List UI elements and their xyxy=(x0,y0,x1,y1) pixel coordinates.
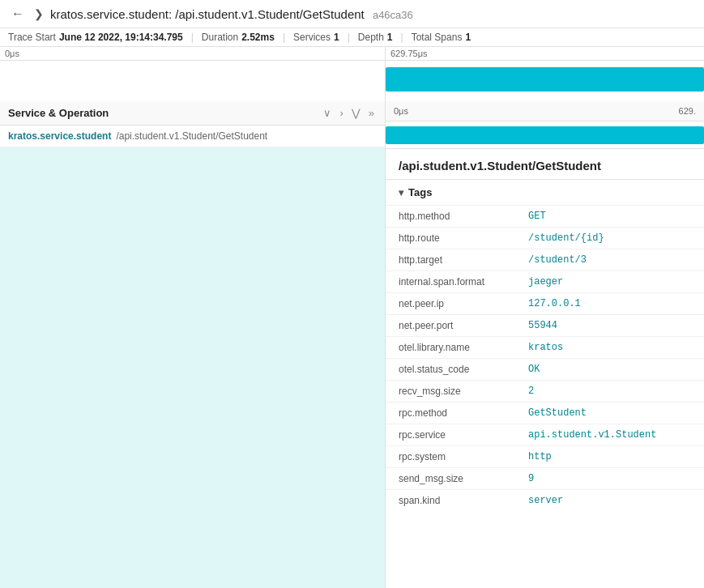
tag-row: http.target/student/3 xyxy=(386,249,704,271)
span-bar-row xyxy=(386,121,704,149)
timeline-right-header: 0μs 629. xyxy=(386,101,704,121)
tag-value: jaeger xyxy=(515,271,704,293)
tag-row: net.peer.ip127.0.0.1 xyxy=(386,293,704,315)
tag-value: http xyxy=(515,446,704,468)
expand-icon[interactable]: ❯ xyxy=(34,7,44,20)
detail-title: /api.student.v1.Student/GetStudent xyxy=(399,159,601,173)
timeline-ruler-right: 629.75μs xyxy=(386,47,704,60)
services-label: Services xyxy=(293,32,331,43)
service-name: kratos.service.student xyxy=(8,130,111,142)
tags-header[interactable]: ▾ Tags xyxy=(386,180,704,206)
tag-row: send_msg.size9 xyxy=(386,468,704,490)
tags-label: Tags xyxy=(408,186,432,198)
app-container: ← ❯ kratos.service.student: /api.student… xyxy=(0,0,704,588)
right-panel: /api.student.v1.Student/GetStudent ▾ Tag… xyxy=(386,149,704,588)
timeline-bar-area xyxy=(0,61,704,101)
tag-value: server xyxy=(515,490,704,512)
collapse-all-icon[interactable]: ∨ xyxy=(321,106,334,120)
tag-key: otel.library.name xyxy=(386,337,515,359)
tag-row: recv_msg.size2 xyxy=(386,381,704,403)
detail-header: /api.student.v1.Student/GetStudent xyxy=(386,149,704,180)
depth-value: 1 xyxy=(387,32,393,43)
timeline-bar-right xyxy=(386,61,704,101)
trace-info-bar: Trace Start June 12 2022, 19:14:34.795 |… xyxy=(0,28,704,47)
tag-value: /student/{id} xyxy=(515,228,704,249)
tag-key: send_msg.size xyxy=(386,468,515,490)
collapse-children-icon[interactable]: ⋁ xyxy=(349,106,363,120)
tag-value: api.student.v1.Student xyxy=(515,424,704,446)
expand-one-icon[interactable]: › xyxy=(337,106,345,120)
duration-label: Duration xyxy=(202,32,238,43)
operation-name: /api.student.v1.Student/GetStudent xyxy=(116,130,267,142)
timeline-controls: ∨ › ⋁ » xyxy=(321,106,377,120)
tag-row: otel.library.namekratos xyxy=(386,337,704,359)
tags-table: http.methodGEThttp.route/student/{id}htt… xyxy=(386,206,704,511)
tag-key: rpc.system xyxy=(386,446,515,468)
tag-row: net.peer.port55944 xyxy=(386,315,704,337)
left-empty-area xyxy=(0,147,385,588)
tag-row: internal.span.formatjaeger xyxy=(386,271,704,293)
tag-value: GetStudent xyxy=(515,403,704,424)
tags-section: ▾ Tags http.methodGEThttp.route/student/… xyxy=(386,180,704,511)
tag-key: http.route xyxy=(386,228,515,249)
tag-row: http.route/student/{id} xyxy=(386,228,704,249)
timeline-right-start: 0μs xyxy=(394,106,408,116)
timeline-bar-fill xyxy=(386,67,704,92)
tag-key: span.kind xyxy=(386,490,515,512)
expand-all-icon[interactable]: » xyxy=(366,106,377,120)
trace-start-value: June 12 2022, 19:14:34.795 xyxy=(59,32,183,43)
tag-key: http.target xyxy=(386,249,515,271)
total-spans-label: Total Spans xyxy=(412,32,463,43)
tag-row: rpc.methodGetStudent xyxy=(386,403,704,424)
tag-value: /student/3 xyxy=(515,249,704,271)
trace-title-text: kratos.service.student: /api.student.v1.… xyxy=(50,7,365,21)
service-operation-title: Service & Operation xyxy=(8,107,109,119)
timeline-right-end: 629. xyxy=(679,106,696,116)
tag-value: GET xyxy=(515,206,704,228)
tag-value: OK xyxy=(515,359,704,381)
header-bar: ← ❯ kratos.service.student: /api.student… xyxy=(0,0,704,28)
duration-value: 2.52ms xyxy=(241,32,275,43)
tag-key: rpc.service xyxy=(386,424,515,446)
service-row[interactable]: kratos.service.student /api.student.v1.S… xyxy=(0,126,385,147)
back-button[interactable]: ← xyxy=(8,5,28,23)
right-column: 0μs 629. /api.student.v1.Student/GetStud… xyxy=(386,101,704,588)
tag-key: rpc.method xyxy=(386,403,515,424)
tag-row: otel.status_codeOK xyxy=(386,359,704,381)
tags-chevron-icon: ▾ xyxy=(399,187,403,198)
tag-key: http.method xyxy=(386,206,515,228)
trace-start-label: Trace Start xyxy=(8,32,56,43)
content-area: Service & Operation ∨ › ⋁ » kratos.servi… xyxy=(0,101,704,588)
trace-id: a46ca36 xyxy=(373,9,413,21)
tag-row: rpc.systemhttp xyxy=(386,446,704,468)
tag-key: net.peer.ip xyxy=(386,293,515,315)
tag-row: span.kindserver xyxy=(386,490,704,512)
timeline-ruler: 0μs 629.75μs xyxy=(0,47,704,61)
span-bar xyxy=(386,126,704,144)
tag-value: 127.0.0.1 xyxy=(515,293,704,315)
tag-key: net.peer.port xyxy=(386,315,515,337)
tag-key: internal.span.format xyxy=(386,271,515,293)
left-panel-header: Service & Operation ∨ › ⋁ » xyxy=(0,101,385,126)
tag-value: 9 xyxy=(515,468,704,490)
timeline-bar-left xyxy=(0,61,386,101)
tag-key: recv_msg.size xyxy=(386,381,515,403)
depth-label: Depth xyxy=(358,32,384,43)
tag-key: otel.status_code xyxy=(386,359,515,381)
tag-value: 2 xyxy=(515,381,704,403)
ruler-mid: 629.75μs xyxy=(390,49,427,58)
ruler-start: 0μs xyxy=(5,49,19,58)
header-title: kratos.service.student: /api.student.v1.… xyxy=(50,7,696,21)
timeline-ruler-left: 0μs xyxy=(0,47,386,60)
total-spans-value: 1 xyxy=(465,32,471,43)
left-panel: Service & Operation ∨ › ⋁ » kratos.servi… xyxy=(0,101,386,588)
tag-value: 55944 xyxy=(515,315,704,337)
services-value: 1 xyxy=(334,32,339,43)
tag-value: kratos xyxy=(515,337,704,359)
tag-row: rpc.serviceapi.student.v1.Student xyxy=(386,424,704,446)
tag-row: http.methodGET xyxy=(386,206,704,228)
